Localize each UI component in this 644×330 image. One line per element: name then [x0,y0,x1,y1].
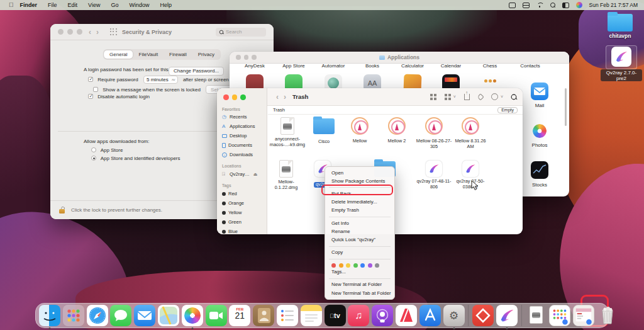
minimize-button[interactable] [232,94,238,100]
folder-cisco[interactable]: Cisco [306,116,342,145]
tag-purple[interactable] [368,263,372,268]
file-mellow[interactable]: Mellow [341,116,378,144]
tag-icon[interactable] [477,93,484,100]
close-button[interactable] [58,29,64,35]
finder-toolbar[interactable]: ‹ › Trash ˅ ˅ [267,88,523,106]
back-icon[interactable]: ‹ [276,93,279,101]
file-qv2ray-075003[interactable]: qv2ray 07-50-038692 [452,159,489,190]
app-label-automator[interactable]: Automator [314,63,352,69]
sidebar-item-downloads[interactable]: ↓Downloads [222,152,253,157]
change-password-button[interactable]: Change Password... [169,67,224,76]
zoom-button[interactable] [77,29,82,35]
menu-view[interactable]: View [88,2,100,8]
file-mellow-83126[interactable]: Mellow 8.31.26 AM [452,116,489,149]
view-options-icon[interactable] [445,94,451,100]
sidebar-tag-blue[interactable]: Blue [222,229,238,234]
menu-item-new-terminal[interactable]: New Terminal at Folder [325,281,394,289]
forward-icon[interactable]: › [96,28,99,37]
dock-appletv-icon[interactable]: tv [325,305,346,326]
tag-gray[interactable] [375,263,379,268]
sidebar-tag-red[interactable]: Red [222,191,237,196]
app-label-stocks[interactable]: Stocks [521,182,558,188]
disable-auto-login-checkbox[interactable] [88,94,93,99]
icon-size-icon[interactable] [430,94,436,100]
menu-item-delete-immediately[interactable]: Delete Immediately... [325,198,394,207]
menu-edit[interactable]: Edit [68,2,78,8]
dock-qv2ray-icon[interactable] [496,305,518,326]
menu-item-quick-look[interactable]: Quick Look "qv2ray" [325,236,394,244]
dock-contacts-icon[interactable] [253,305,274,326]
dock-launchpad-icon[interactable] [63,305,84,326]
file-mellow-0826[interactable]: Mellow 08-26-27-305 [416,116,452,149]
dock-photos-icon[interactable] [182,305,203,326]
applications-titlebar[interactable]: Applications [230,52,569,64]
share-icon[interactable] [464,94,470,100]
tag-red[interactable] [331,263,336,268]
search-icon[interactable] [511,94,517,100]
tag-blue[interactable] [360,263,365,268]
dock-appstore-icon[interactable] [419,305,441,326]
sidebar-tag-orange[interactable]: Orange [222,200,244,206]
dock-messages-icon[interactable] [110,305,131,326]
app-label-mail[interactable]: Mail [521,103,558,108]
app-label-chess[interactable]: Chess [471,63,509,69]
security-titlebar[interactable]: ‹ › Security & Privacy Search [50,24,274,40]
dock-finder-icon[interactable] [39,305,60,326]
unlock-icon[interactable] [59,207,66,213]
photos-app-icon[interactable] [531,122,548,140]
sidebar-item-qv2ray-volume[interactable]: ⍈Qv2ray…⏏ [222,171,257,177]
dock-facetime-icon[interactable] [206,305,227,326]
app-label-contacts[interactable]: Contacts [511,63,549,69]
dock-podcasts-icon[interactable] [372,305,393,326]
dock-music-icon[interactable]: ♫ [348,305,369,326]
tab-privacy[interactable]: Privacy [192,50,220,59]
app-label-calculator[interactable]: Calculator [394,63,431,69]
sidebar-tag-green[interactable]: Green [222,219,242,225]
show-message-checkbox[interactable] [93,87,98,92]
dock-trash-icon[interactable] [597,305,618,326]
menu-window[interactable]: Window [129,2,149,8]
screen-mirroring-icon[interactable] [523,3,530,8]
eject-icon[interactable]: ⏏ [253,172,258,177]
display-icon[interactable] [562,3,569,8]
sidebar-item-applications[interactable]: AApplications [222,123,255,129]
dock-anydesk-icon[interactable] [472,305,494,326]
file-mellow-dmg[interactable]: Mellow-0.1.22.dmg [268,159,304,190]
dock-news-icon[interactable] [396,305,417,326]
menu-item-new-terminal-tab[interactable]: New Terminal Tab at Folder [325,289,394,297]
menu-go[interactable]: Go [111,2,118,8]
app-label-anydesk[interactable]: AnyDesk [236,63,274,69]
tag-yellow[interactable] [346,263,350,268]
menu-finder[interactable]: Finder [20,2,38,8]
forward-icon[interactable]: › [284,93,286,101]
dock-safari-icon[interactable] [87,305,108,326]
vpn-status-icon[interactable] [576,2,582,8]
minimize-button[interactable] [67,29,73,35]
tab-firewall[interactable]: Firewall [164,50,192,59]
delay-select[interactable]: 5 minutes˄˅ [143,76,178,84]
menu-item-open[interactable]: Open [325,169,394,177]
tab-filevault[interactable]: FileVault [133,50,164,59]
search-input[interactable]: Search [216,28,266,37]
spotlight-icon[interactable] [550,3,555,8]
stocks-app-icon[interactable] [531,161,548,179]
dock-reminders-icon[interactable] [277,305,298,326]
apple-menu-icon[interactable]:  [9,0,14,10]
more-actions-icon[interactable] [491,93,498,100]
close-button[interactable] [223,94,229,100]
app-label-photos[interactable]: Photos [521,142,558,148]
sidebar-item-desktop[interactable]: Desktop [222,133,247,139]
file-anyconnect-dmg[interactable]: anyconnect-macos-...-k9.dmg [269,116,306,147]
identified-developers-radio[interactable] [91,156,96,161]
tab-general[interactable]: General [104,50,133,59]
dock-notes-icon[interactable] [301,305,322,326]
app-store-radio[interactable] [91,147,96,152]
menu-item-rename[interactable]: Rename [325,227,394,236]
mail-app-icon[interactable] [531,82,548,100]
require-password-checkbox[interactable] [88,77,93,82]
zoom-button[interactable] [240,94,246,100]
menu-help[interactable]: Help [160,2,172,8]
menu-item-get-info[interactable]: Get Info [325,219,394,227]
app-label-books[interactable]: Books [353,63,391,69]
sidebar-tag-yellow[interactable]: Yellow [222,210,242,215]
